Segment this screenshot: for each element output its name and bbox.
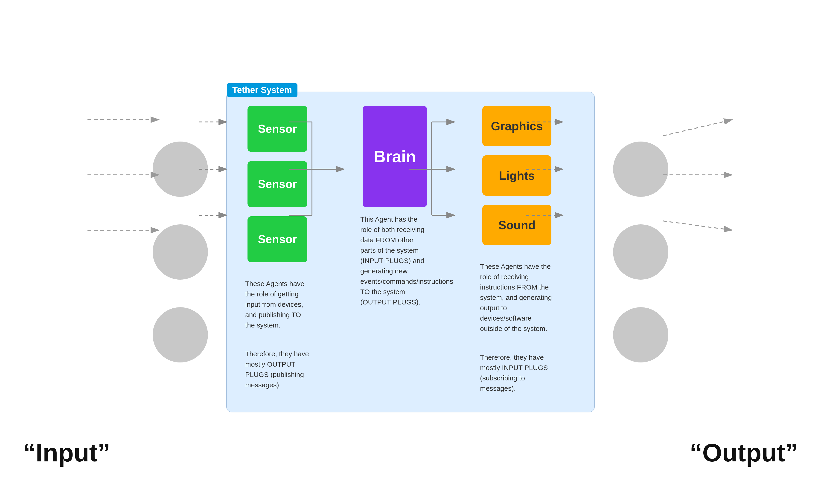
input-circle-3 (153, 307, 208, 362)
output-label: “Output” (690, 438, 798, 467)
right-circles (613, 142, 668, 362)
svg-line-4 (663, 120, 732, 136)
output-boxes: Graphics Lights Sound (482, 106, 552, 245)
sensor-box-2: Sensor (247, 161, 307, 207)
brain-column: Brain This Agent has the role of both re… (360, 106, 430, 307)
output-box-graphics: Graphics (482, 106, 552, 146)
output-circle-1 (613, 142, 668, 197)
brain-description: This Agent has the role of both receivin… (360, 214, 430, 307)
output-circle-2 (613, 224, 668, 280)
input-label: “Input” (23, 438, 110, 467)
output-circle-3 (613, 307, 668, 362)
sensor-box-3: Sensor (247, 216, 307, 262)
tether-inner: Sensor Sensor Sensor These Agents have t… (240, 106, 581, 394)
input-circle-1 (153, 142, 208, 197)
sensor-boxes: Sensor Sensor Sensor (247, 106, 307, 262)
main-container: Tether System (0, 0, 821, 504)
output-description-1: These Agents have the role of receiving … (480, 261, 554, 334)
svg-line-6 (663, 221, 732, 230)
outputs-column: Graphics Lights Sound These Agents have … (476, 106, 558, 394)
sensor-description-2: Therefore, they have mostly OUTPUT PLUGS… (245, 349, 310, 390)
output-description-2: Therefore, they have mostly INPUT PLUGS … (480, 352, 554, 394)
sensor-box-1: Sensor (247, 106, 307, 152)
sensor-description-1: These Agents have the role of getting in… (245, 278, 310, 330)
brain-box: Brain (362, 106, 427, 207)
left-circles (153, 142, 208, 362)
sensors-column: Sensor Sensor Sensor These Agents have t… (240, 106, 314, 390)
output-box-lights: Lights (482, 155, 552, 196)
tether-system-label: Tether System (227, 83, 297, 97)
input-circle-2 (153, 224, 208, 280)
output-box-sound: Sound (482, 205, 552, 245)
tether-system-box: Tether System (226, 92, 595, 412)
